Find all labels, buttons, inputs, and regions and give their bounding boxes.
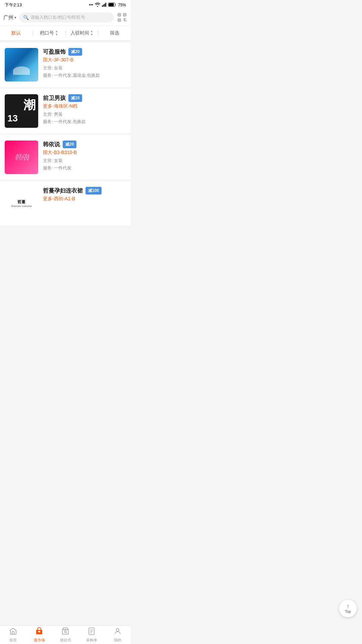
shop-card-2[interactable]: 13 潮 前卫男孩 减10 更多-海珠区-N档 主营: 男装 服务: 一件代发,… — [0, 89, 131, 133]
filter-screen-label: 筛选 — [110, 30, 119, 36]
svg-rect-11 — [119, 20, 120, 21]
avatar-2-cjk: 潮 — [23, 97, 36, 113]
status-time: 下午2:13 — [5, 2, 22, 8]
shop-avatar-4: 哲蔓 Zheman costume — [5, 187, 38, 220]
svg-rect-0 — [102, 5, 103, 7]
svg-rect-10 — [124, 14, 125, 15]
chevron-down-icon: ▾ — [14, 15, 16, 20]
shop-avatar-3: 韩依i — [5, 141, 38, 174]
battery-icon — [108, 3, 116, 8]
discount-badge-2: 减10 — [68, 94, 82, 102]
shop-name-2: 前卫男孩 — [43, 94, 66, 102]
location-label: 广州 — [3, 14, 13, 21]
discount-badge-1: 减20 — [68, 48, 82, 56]
shop-name-row-4: 哲蔓孕妇连衣裙 减100 — [43, 187, 126, 195]
status-icons: ••• 75% — [89, 3, 126, 8]
avatar-3-text: 韩依i — [14, 152, 29, 162]
shop-name-3: 韩依说 — [43, 141, 60, 148]
shop-info-1: 可盈服饰 减20 国大-3F-307-B 主营: 女装 服务: 一件代发,退现金… — [43, 48, 126, 78]
shop-info-2: 前卫男孩 减10 更多-海珠区-N档 主营: 男装 服务: 一件代发,包换款 — [43, 94, 126, 125]
shop-info-3: 韩依说 减20 国大-B3-B310-B 主营: 女装 服务: 一件代发 — [43, 141, 126, 171]
location-button[interactable]: 广州 ▾ — [3, 14, 16, 21]
search-placeholder: 请输入档口名/档口号/旺旺号 — [31, 14, 85, 20]
signal-icon — [102, 3, 107, 8]
shop-avatar-1 — [5, 48, 38, 82]
sort-arrows-stall: ▲▼ — [55, 30, 58, 36]
svg-rect-2 — [104, 4, 105, 7]
avatar-2-number: 13 — [7, 113, 18, 124]
shop-location-2: 更多-海珠区-N档 — [43, 103, 126, 109]
svg-rect-9 — [119, 14, 120, 15]
shop-location-1: 国大-3F-307-B — [43, 57, 126, 63]
filter-stall-label: 档口号 — [40, 30, 54, 36]
filter-screen[interactable]: 筛选 — [98, 26, 131, 40]
shop-main-biz-1: 主营: 女装 — [43, 65, 126, 71]
shop-info-4: 哲蔓孕妇连衣裙 减100 更多-西街-A1-B — [43, 187, 126, 204]
header: 广州 ▾ 🔍 请输入档口名/档口号/旺旺号 — [0, 9, 131, 26]
shop-card-4[interactable]: 哲蔓 Zheman costume 哲蔓孕妇连衣裙 减100 更多-西街-A1-… — [0, 181, 131, 226]
shop-main-biz-2: 主营: 男装 — [43, 111, 126, 117]
search-box[interactable]: 🔍 请输入档口名/档口号/旺旺号 — [19, 12, 114, 22]
discount-badge-4: 减100 — [85, 187, 102, 195]
filter-bar: 默认 档口号 ▲▼ 入驻时间 ▲▼ 筛选 — [0, 26, 131, 41]
filter-entry-time[interactable]: 入驻时间 ▲▼ — [66, 26, 98, 40]
shop-avatar-2: 13 潮 — [5, 94, 38, 128]
status-bar: 下午2:13 ••• 75% — [0, 0, 131, 9]
shop-service-1: 服务: 一件代发,退现金,包换款 — [43, 72, 126, 78]
dots-icon: ••• — [89, 3, 93, 7]
shop-name-row-2: 前卫男孩 减10 — [43, 94, 126, 102]
shop-location-3: 国大-B3-B310-B — [43, 150, 126, 156]
sort-arrows-time: ▲▼ — [90, 30, 93, 36]
scan-button[interactable] — [117, 12, 127, 23]
shop-location-4: 更多-西街-A1-B — [43, 196, 126, 202]
battery-percent: 75% — [118, 3, 126, 7]
shop-name-row-1: 可盈服饰 减20 — [43, 48, 126, 56]
shop-list: 可盈服饰 减20 国大-3F-307-B 主营: 女装 服务: 一件代发,退现金… — [0, 43, 131, 251]
shop-name-row-3: 韩依说 减20 — [43, 141, 126, 148]
avatar-4-en: Zheman costume — [11, 205, 32, 208]
svg-rect-3 — [105, 3, 106, 7]
shop-name-1: 可盈服饰 — [43, 48, 66, 56]
shop-card-1[interactable]: 可盈服饰 减20 国大-3F-307-B 主营: 女装 服务: 一件代发,退现金… — [0, 43, 131, 87]
filter-default-label: 默认 — [11, 30, 21, 36]
wifi-icon — [95, 3, 100, 8]
svg-rect-1 — [103, 4, 104, 7]
shop-main-biz-3: 主营: 女装 — [43, 158, 126, 164]
svg-rect-5 — [109, 3, 114, 6]
shop-card-3[interactable]: 韩依i 韩依说 减20 国大-B3-B310-B 主营: 女装 服务: 一件代发 — [0, 135, 131, 179]
filter-default[interactable]: 默认 — [0, 26, 33, 40]
search-icon: 🔍 — [23, 15, 29, 20]
discount-badge-3: 减20 — [63, 141, 76, 148]
shop-service-3: 服务: 一件代发 — [43, 165, 126, 171]
filter-stall-number[interactable]: 档口号 ▲▼ — [33, 26, 65, 40]
shop-service-2: 服务: 一件代发,包换款 — [43, 119, 126, 125]
shop-name-4: 哲蔓孕妇连衣裙 — [43, 187, 83, 195]
filter-time-label: 入驻时间 — [70, 30, 89, 36]
avatar-4-logo: 哲蔓 — [17, 200, 25, 204]
